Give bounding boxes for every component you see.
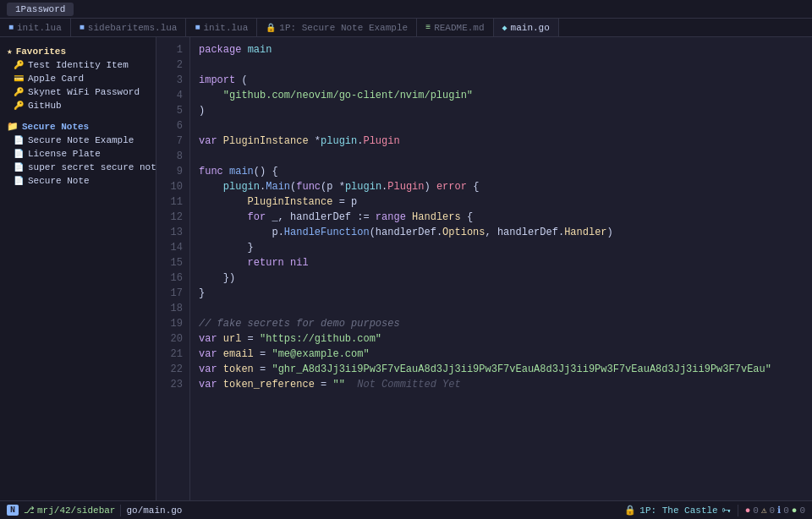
line-number: 15 bbox=[156, 255, 183, 270]
code-line: for _, handlerDef := range Handlers { bbox=[199, 210, 804, 225]
folder-icon: 📁 bbox=[7, 121, 19, 132]
line-number: 6 bbox=[156, 118, 183, 134]
tab-label: sidebaritems.lua bbox=[88, 23, 178, 33]
sidebar-item-super-secret[interactable]: 📄 super secret secure not bbox=[0, 161, 156, 174]
code-line: plugin.Main(func(p *plugin.Plugin) error… bbox=[199, 179, 804, 194]
error-icon: ● bbox=[745, 505, 751, 516]
go-icon: ◆ bbox=[502, 23, 508, 33]
favorites-header: ★ Favorites bbox=[0, 42, 156, 58]
code-line: var url = "https://github.com" bbox=[199, 331, 804, 347]
hint-icon: ● bbox=[792, 505, 798, 516]
tab-bar: ■ init.lua ■ sidebaritems.lua ■ init.lua… bbox=[0, 19, 812, 37]
code-editor[interactable]: 1234567891011121314151617181920212223 pa… bbox=[156, 37, 812, 500]
key-icon: 🔑 bbox=[14, 87, 24, 97]
tab-label: README.md bbox=[434, 23, 484, 33]
tab-init-lua-1[interactable]: ■ init.lua bbox=[0, 19, 71, 36]
line-number: 4 bbox=[156, 88, 183, 103]
line-number: 11 bbox=[156, 194, 183, 210]
line-number: 14 bbox=[156, 240, 183, 255]
key-icon: 🔑 bbox=[14, 60, 24, 70]
code-line bbox=[199, 301, 804, 316]
line-number: 23 bbox=[156, 377, 183, 392]
lua-icon: ■ bbox=[8, 23, 14, 32]
key-icon-status: 🗝 bbox=[721, 505, 731, 516]
code-line: package main bbox=[199, 42, 804, 57]
note-icon: 🔒 bbox=[266, 23, 276, 33]
code-line: func main() { bbox=[199, 164, 804, 179]
line-number: 22 bbox=[156, 362, 183, 377]
sidebar-item-test-identity[interactable]: 🔑 Test Identity Item bbox=[0, 58, 156, 72]
code-line: var token = "ghr_A8d3Jj3ii9Pw3F7vEauA8d3… bbox=[199, 362, 804, 377]
md-icon: ≡ bbox=[425, 23, 431, 32]
line-number: 13 bbox=[156, 225, 183, 240]
folder-icon: 📄 bbox=[14, 135, 24, 145]
line-number: 17 bbox=[156, 286, 183, 301]
line-number: 12 bbox=[156, 210, 183, 225]
tab-sidebaritems-lua[interactable]: ■ sidebaritems.lua bbox=[71, 19, 187, 36]
code-line: var token_reference = "" Not Committed Y… bbox=[199, 377, 804, 392]
folder-icon: 📄 bbox=[14, 149, 24, 159]
folder-icon: 📄 bbox=[14, 162, 24, 172]
line-number: 16 bbox=[156, 270, 183, 286]
line-number: 21 bbox=[156, 347, 183, 362]
sidebar-item-apple-card[interactable]: 💳 Apple Card bbox=[0, 72, 156, 85]
code-line: // fake secrets for demo purposes bbox=[199, 316, 804, 331]
line-number: 5 bbox=[156, 103, 183, 118]
warn-icon: ⚠ bbox=[761, 505, 767, 516]
sidebar-item-skynet-wifi[interactable]: 🔑 Skynet WiFi Password bbox=[0, 85, 156, 99]
sidebar-item-secure-note[interactable]: 📄 Secure Note bbox=[0, 174, 156, 188]
tab-init-lua-2[interactable]: ■ init.lua bbox=[186, 19, 257, 36]
code-line bbox=[199, 57, 804, 73]
tab-main-go[interactable]: ◆ main.go bbox=[494, 19, 559, 36]
error-counts: ● 0 ⚠ 0 ℹ 0 ● 0 bbox=[745, 505, 805, 516]
nvim-icon: N bbox=[7, 505, 19, 516]
status-right: 🔒 1P: The Castle 🗝 ● 0 ⚠ 0 ℹ 0 ● 0 bbox=[624, 505, 805, 516]
card-icon: 💳 bbox=[14, 74, 24, 84]
code-line: var email = "me@example.com" bbox=[199, 347, 804, 362]
divider bbox=[120, 505, 121, 516]
status-left: N ⎇ mrj/42/sidebar go/main.go bbox=[7, 505, 182, 516]
code-line: } bbox=[199, 286, 804, 301]
line-number: 1 bbox=[156, 42, 183, 57]
star-icon: ★ bbox=[7, 46, 13, 57]
line-number: 3 bbox=[156, 73, 183, 88]
code-line: }) bbox=[199, 270, 804, 286]
sidebar: ★ Favorites 🔑 Test Identity Item 💳 Apple… bbox=[0, 37, 156, 500]
line-number: 7 bbox=[156, 134, 183, 149]
onepassword-status: 🔒 1P: The Castle 🗝 bbox=[624, 505, 730, 516]
sidebar-item-secure-note-example[interactable]: 📄 Secure Note Example bbox=[0, 134, 156, 147]
lock-icon: 🔒 bbox=[624, 505, 636, 516]
divider bbox=[738, 505, 738, 516]
info-icon: ℹ bbox=[777, 505, 781, 516]
tab-label: init.lua bbox=[17, 23, 62, 33]
line-number: 10 bbox=[156, 179, 183, 194]
code-content[interactable]: package main import ( "github.com/neovim… bbox=[190, 37, 812, 500]
main-content: ★ Favorites 🔑 Test Identity Item 💳 Apple… bbox=[0, 37, 812, 500]
code-line: import ( bbox=[199, 73, 804, 88]
app-title: 1Password bbox=[7, 3, 74, 16]
sidebar-item-github[interactable]: 🔑 GitHub bbox=[0, 99, 156, 112]
current-file: go/main.go bbox=[126, 505, 182, 516]
code-line bbox=[199, 118, 804, 134]
key-icon: 🔑 bbox=[14, 101, 24, 111]
line-numbers: 1234567891011121314151617181920212223 bbox=[156, 37, 190, 500]
code-line: } bbox=[199, 240, 804, 255]
line-number: 19 bbox=[156, 316, 183, 331]
lua-icon: ■ bbox=[80, 23, 85, 32]
line-number: 20 bbox=[156, 331, 183, 347]
code-line: var PluginInstance *plugin.Plugin bbox=[199, 134, 804, 149]
tab-readme[interactable]: ≡ README.md bbox=[417, 19, 493, 36]
code-line: return nil bbox=[199, 255, 804, 270]
code-line: p.HandleFunction(handlerDef.Options, han… bbox=[199, 225, 804, 240]
git-branch: ⎇ mrj/42/sidebar bbox=[24, 505, 115, 516]
tab-label: main.go bbox=[511, 23, 550, 33]
code-line: "github.com/neovim/go-client/nvim/plugin… bbox=[199, 88, 804, 103]
code-line: ) bbox=[199, 103, 804, 118]
sidebar-item-license-plate[interactable]: 📄 License Plate bbox=[0, 147, 156, 161]
tab-secure-note[interactable]: 🔒 1P: Secure Note Example bbox=[257, 19, 417, 36]
line-number: 8 bbox=[156, 149, 183, 164]
title-bar: 1Password bbox=[0, 0, 812, 19]
tab-label: 1P: Secure Note Example bbox=[279, 23, 408, 33]
folder-icon: 📄 bbox=[14, 176, 24, 186]
branch-icon: ⎇ bbox=[24, 505, 35, 516]
